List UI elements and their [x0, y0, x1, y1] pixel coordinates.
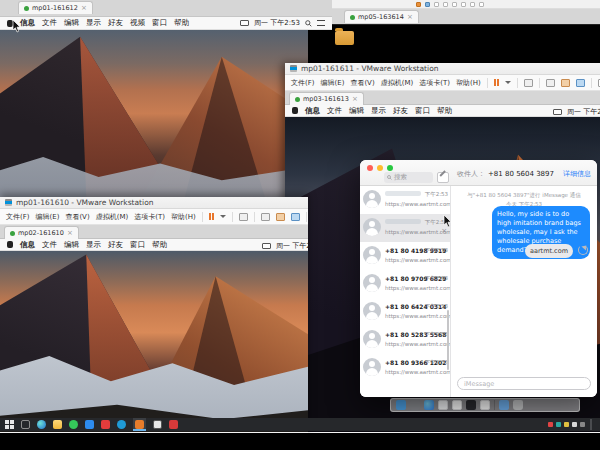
- tab-close-icon[interactable]: ×: [81, 5, 87, 12]
- pause-icon[interactable]: [416, 2, 421, 7]
- pause-icon[interactable]: [209, 213, 214, 220]
- vmware-taskbar-active[interactable]: [133, 418, 146, 431]
- menu-tabs[interactable]: 选项卡(T): [419, 78, 450, 88]
- vm-tab-mp03-161613[interactable]: mp03-161613 ×: [289, 92, 364, 105]
- snapshot-revert-icon[interactable]: [561, 79, 570, 87]
- suspend-caret-icon[interactable]: [220, 215, 226, 218]
- tab-close-icon[interactable]: ×: [352, 96, 358, 103]
- menu-file[interactable]: 文件(F): [6, 212, 30, 222]
- toolbar-icon[interactable]: [452, 2, 457, 7]
- close-window-icon[interactable]: [367, 165, 373, 171]
- menu-view[interactable]: 显示: [371, 106, 386, 116]
- finder-icon[interactable]: [396, 400, 406, 410]
- launchpad-icon[interactable]: [410, 400, 420, 410]
- snapshot-manager-icon[interactable]: [576, 79, 585, 87]
- snapshot-clock-icon[interactable]: [546, 79, 555, 87]
- menu-tabs[interactable]: 选项卡(T): [134, 212, 165, 222]
- conversation-row[interactable]: +81 80 5283 5568 下午2:53 https://www.aart…: [360, 326, 450, 354]
- menu-edit[interactable]: 编辑(E): [321, 78, 345, 88]
- compose-button[interactable]: [437, 172, 449, 183]
- snapshot-manager-icon[interactable]: [291, 213, 300, 221]
- task-view-button[interactable]: [21, 420, 30, 429]
- menu-view[interactable]: 显示: [86, 240, 101, 250]
- vm-tab-mp02-161610[interactable]: mp02-161610 ×: [4, 226, 79, 239]
- menu-video[interactable]: 视频: [130, 18, 145, 28]
- vm-tab-mp05-163614[interactable]: mp05-163614 ×: [344, 10, 419, 23]
- menu-edit[interactable]: 编辑(E): [36, 212, 60, 222]
- menu-window[interactable]: 窗口: [130, 240, 145, 250]
- menu-file[interactable]: 文件: [42, 18, 57, 28]
- menu-help[interactable]: 帮助: [174, 18, 189, 28]
- menu-help[interactable]: 帮助: [152, 240, 167, 250]
- spotlight-icon[interactable]: [305, 20, 312, 27]
- messages-toolbar[interactable]: 搜索 收件人： +81 80 5604 3897 详细信息: [360, 160, 597, 186]
- display-icon[interactable]: [262, 243, 271, 249]
- menu-view[interactable]: 查看(V): [350, 78, 374, 88]
- menubar-clock[interactable]: 周一 下午2:53: [276, 241, 308, 251]
- pause-icon[interactable]: [494, 79, 499, 86]
- zoom-window-icon[interactable]: [387, 165, 393, 171]
- list-scrollbar[interactable]: [447, 310, 449, 370]
- menu-help[interactable]: 帮助: [437, 106, 452, 116]
- menu-view[interactable]: 查看(V): [65, 212, 89, 222]
- menu-vm[interactable]: 虚拟机(M): [96, 212, 129, 222]
- minimize-window-icon[interactable]: [377, 165, 383, 171]
- menu-buddies[interactable]: 好友: [393, 106, 408, 116]
- apple-menu-icon[interactable]: [292, 107, 298, 114]
- app-green-icon[interactable]: [69, 420, 78, 429]
- ctrl-alt-del-icon[interactable]: [524, 79, 533, 87]
- menu-vm[interactable]: 虚拟机(M): [381, 78, 414, 88]
- start-button[interactable]: [5, 420, 14, 429]
- app-red-icon[interactable]: [101, 420, 110, 429]
- tray-teal-icon[interactable]: [556, 422, 561, 427]
- toolbar-icon[interactable]: [443, 2, 448, 7]
- search-input[interactable]: 搜索: [384, 172, 433, 183]
- safari-icon[interactable]: [438, 400, 448, 410]
- message-input[interactable]: iMessage: [457, 377, 591, 390]
- display-icon[interactable]: [553, 109, 562, 115]
- tray-red-icon[interactable]: [548, 422, 553, 427]
- menu-buddies[interactable]: 好友: [108, 240, 123, 250]
- app-blue-icon[interactable]: [85, 420, 94, 429]
- siri-icon[interactable]: [424, 400, 434, 410]
- toolbar-icon[interactable]: [479, 2, 484, 7]
- tab-close-icon[interactable]: ×: [407, 14, 413, 21]
- mail-icon[interactable]: [452, 400, 462, 410]
- menu-view[interactable]: 显示: [86, 18, 101, 28]
- suspend-caret-icon[interactable]: [505, 81, 511, 84]
- link-preview-bubble[interactable]: aartmt.com: [525, 244, 573, 258]
- conversation-row[interactable]: +81 80 4198 9919 下午2:53 https://www.aart…: [360, 242, 450, 270]
- snapshot-revert-icon[interactable]: [276, 213, 285, 221]
- conversation-row[interactable]: +81 80 9709 6829 下午2:53 https://www.aart…: [360, 270, 450, 298]
- app-skype-icon[interactable]: [117, 420, 126, 429]
- tab-close-icon[interactable]: ×: [67, 230, 73, 237]
- snapshot-clock-icon[interactable]: [261, 213, 270, 221]
- app-red-2-icon[interactable]: [169, 420, 178, 429]
- vm-tab-mp01-161612[interactable]: mp01-161612 ×: [18, 1, 93, 14]
- tray-white-icon[interactable]: [572, 422, 577, 427]
- app-gray-icon[interactable]: [153, 420, 162, 429]
- folder-icon[interactable]: [335, 31, 354, 45]
- conversation-row[interactable]: +81 80 9366 1202 下午2:53 https://www.aart…: [360, 354, 450, 382]
- menu-edit[interactable]: 编辑: [349, 106, 364, 116]
- display-icon[interactable]: [240, 20, 249, 26]
- edge-browser-icon[interactable]: [37, 420, 46, 429]
- apple-menu-icon[interactable]: [7, 241, 13, 248]
- menu-messages[interactable]: 信息: [305, 106, 320, 116]
- snapshot-icon[interactable]: [425, 2, 430, 7]
- menubar-clock[interactable]: 周一 下午2:53: [254, 18, 300, 28]
- menu-messages[interactable]: 信息: [20, 18, 35, 28]
- menu-window[interactable]: 窗口: [415, 106, 430, 116]
- conversation-close-icon[interactable]: ×: [441, 228, 447, 235]
- messages-icon[interactable]: [466, 400, 476, 410]
- menubar-clock[interactable]: 周一 下午2:53: [567, 107, 600, 117]
- toolbar-icon[interactable]: [434, 2, 439, 7]
- conversation-row[interactable]: 下午2:53 https://www.aartmt.com/: [360, 186, 450, 214]
- recipient-number[interactable]: +81 80 5604 3897: [488, 170, 554, 178]
- show-desktop-button[interactable]: [590, 419, 592, 430]
- menu-help[interactable]: 帮助(H): [171, 212, 196, 222]
- tray-gray-icon[interactable]: [580, 422, 585, 427]
- notification-center-icon[interactable]: [317, 20, 325, 26]
- ctrl-alt-del-icon[interactable]: [239, 213, 248, 221]
- tray-yellow-icon[interactable]: [564, 422, 569, 427]
